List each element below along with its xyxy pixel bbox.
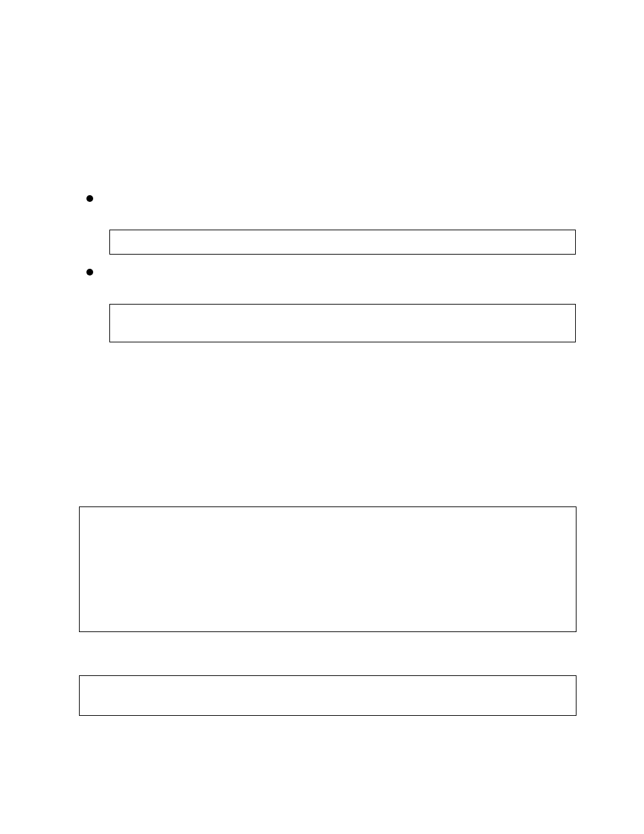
box-1 [109,230,576,255]
bullet-1 [86,195,93,202]
box-3 [79,506,576,632]
box-2 [109,304,576,342]
box-4 [79,675,576,716]
bullet-2 [86,269,93,276]
